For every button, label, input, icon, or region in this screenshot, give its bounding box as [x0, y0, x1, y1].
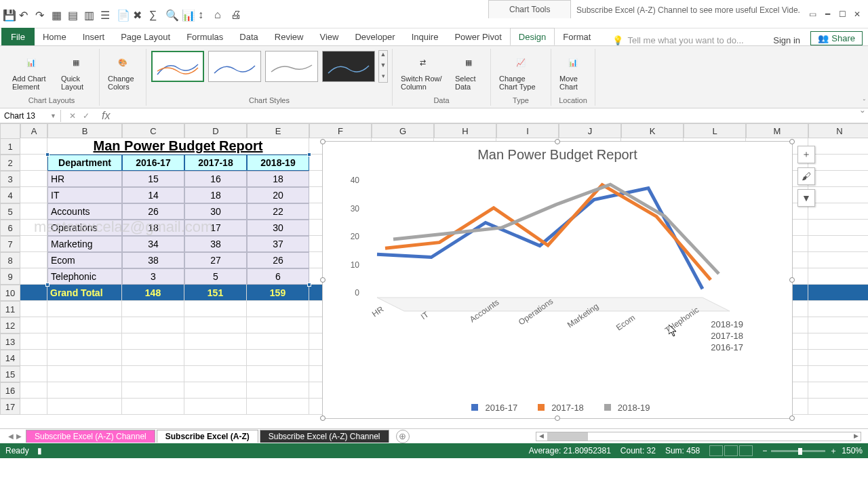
qat-icon[interactable]: 📊	[182, 9, 193, 20]
cell[interactable]	[184, 301, 247, 317]
column-header[interactable]: I	[496, 123, 559, 138]
column-header[interactable]: H	[434, 123, 496, 138]
cell[interactable]	[122, 317, 184, 333]
chart-handle[interactable]	[555, 139, 560, 144]
cell[interactable]	[184, 366, 247, 382]
cell[interactable]: 30	[184, 203, 247, 220]
chart-style-1[interactable]	[151, 51, 204, 82]
chart-handle[interactable]	[320, 139, 326, 144]
cell[interactable]: 151	[184, 285, 247, 301]
cell[interactable]	[20, 399, 47, 415]
chart-style-2[interactable]	[208, 51, 261, 82]
cell[interactable]	[184, 382, 247, 399]
chart-handle[interactable]	[789, 139, 795, 144]
cell[interactable]	[20, 138, 47, 155]
column-header[interactable]: K	[621, 123, 684, 138]
row-header[interactable]: 14	[0, 350, 20, 366]
cell[interactable]: 20	[247, 187, 309, 203]
cell[interactable]	[184, 317, 247, 333]
qat-icon[interactable]: ▤	[68, 9, 79, 20]
cell[interactable]	[247, 317, 309, 333]
column-header[interactable]: C	[122, 123, 184, 138]
cell[interactable]	[808, 285, 868, 301]
qat-icon[interactable]: ⌂	[214, 9, 225, 20]
cell[interactable]	[184, 350, 247, 366]
cell[interactable]: 5	[184, 268, 247, 285]
chart-title[interactable]: Man Power Budget Report	[323, 142, 792, 168]
formula-bar[interactable]	[114, 115, 857, 117]
horizontal-scrollbar[interactable]: ◀▶	[536, 432, 861, 441]
enter-formula-icon[interactable]: ✓	[83, 111, 90, 121]
tab-formulas[interactable]: Formulas	[178, 28, 231, 45]
cell[interactable]: 18	[184, 187, 247, 203]
cell[interactable]	[122, 301, 184, 317]
move-chart-button[interactable]: 📊 Move Chart	[555, 50, 591, 92]
change-chart-type-button[interactable]: 📈 Change Chart Type	[495, 50, 547, 92]
view-buttons[interactable]	[709, 445, 753, 456]
cell[interactable]	[47, 399, 122, 415]
row-header[interactable]: 4	[0, 187, 20, 203]
row-header[interactable]: 8	[0, 252, 20, 268]
chart-legend[interactable]: 2016-172017-182018-19	[323, 403, 792, 413]
cell[interactable]	[20, 382, 47, 399]
zoom-control[interactable]: −＋ 150%	[762, 445, 863, 457]
tab-inquire[interactable]: Inquire	[403, 28, 447, 45]
cell[interactable]	[184, 399, 247, 415]
tab-data[interactable]: Data	[231, 28, 266, 45]
cell[interactable]	[247, 382, 309, 399]
column-header[interactable]: D	[184, 123, 247, 138]
cell[interactable]	[20, 155, 47, 171]
cell[interactable]	[247, 333, 309, 350]
cell[interactable]	[808, 366, 868, 382]
tab-insert[interactable]: Insert	[75, 28, 113, 45]
cell[interactable]: 2016-17	[122, 155, 184, 171]
tab-home[interactable]: Home	[35, 28, 75, 45]
tab-view[interactable]: View	[311, 28, 347, 45]
cell[interactable]	[184, 333, 247, 350]
cell[interactable]: 6	[247, 268, 309, 285]
row-header[interactable]: 2	[0, 155, 20, 171]
row-header[interactable]: 5	[0, 203, 20, 220]
qat-icon[interactable]: ▦	[52, 9, 62, 20]
column-header[interactable]: B	[47, 123, 122, 138]
row-header[interactable]: 3	[0, 171, 20, 187]
cell[interactable]	[47, 317, 122, 333]
cell[interactable]	[20, 366, 47, 382]
cell[interactable]: 22	[247, 203, 309, 220]
row-header[interactable]: 10	[0, 285, 20, 301]
tell-me-search[interactable]: 💡 Tell me what you want to do...	[612, 35, 743, 45]
chart-style-4[interactable]	[322, 51, 375, 82]
change-colors-button[interactable]: 🎨 Change Colors	[104, 50, 142, 92]
row-header[interactable]: 7	[0, 236, 20, 252]
chart-object[interactable]: ＋ 🖌 ▼ Man Power Budget Report 403020100 …	[322, 141, 793, 419]
cell[interactable]: 30	[247, 220, 309, 236]
cell[interactable]: 14	[122, 187, 184, 203]
chart-style-3[interactable]	[265, 51, 318, 82]
cell[interactable]	[247, 399, 309, 415]
row-header[interactable]: 12	[0, 317, 20, 333]
row-header[interactable]: 16	[0, 382, 20, 399]
cell[interactable]: 3	[122, 268, 184, 285]
qat-icon[interactable]: ✖	[133, 9, 144, 20]
cell[interactable]: Grand Total	[47, 285, 122, 301]
cell[interactable]: 15	[122, 171, 184, 187]
cancel-formula-icon[interactable]: ✕	[69, 111, 76, 121]
tab-power-pivot[interactable]: Power Pivot	[446, 28, 509, 45]
cell[interactable]	[122, 399, 184, 415]
new-sheet-button[interactable]: ⊕	[396, 430, 410, 443]
cell[interactable]	[20, 220, 47, 236]
column-header[interactable]: F	[309, 123, 372, 138]
column-header[interactable]: L	[684, 123, 746, 138]
cell[interactable]	[20, 350, 47, 366]
cell[interactable]	[808, 252, 868, 268]
qat-icon[interactable]: ▥	[84, 9, 95, 20]
switch-row-column-button[interactable]: ⇄ Switch Row/ Column	[397, 50, 448, 92]
cell[interactable]: 26	[247, 252, 309, 268]
cell[interactable]	[47, 350, 122, 366]
cell[interactable]	[808, 399, 868, 415]
cell[interactable]	[20, 333, 47, 350]
tab-page-layout[interactable]: Page Layout	[113, 28, 178, 45]
row-header[interactable]: 1	[0, 138, 20, 155]
tab-developer[interactable]: Developer	[347, 28, 403, 45]
tab-design[interactable]: Design	[510, 28, 555, 45]
